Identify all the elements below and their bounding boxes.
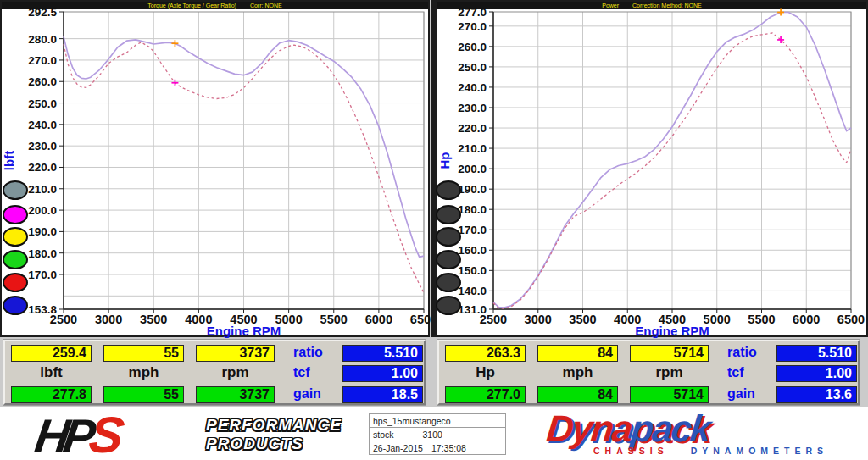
- channel-button-left-3[interactable]: [3, 250, 28, 269]
- svg-text:2500: 2500: [480, 313, 507, 326]
- torque-cursor-mph: 55: [103, 345, 184, 362]
- hps-logo: HPS: [31, 406, 122, 460]
- svg-text:230.0: 230.0: [458, 102, 487, 114]
- run-time: 17:35:08: [431, 442, 466, 453]
- svg-text:170.0: 170.0: [28, 269, 57, 281]
- power-title: Power: [602, 2, 619, 9]
- channel-button-right-0[interactable]: [436, 180, 461, 200]
- channel-button-right-2[interactable]: [436, 227, 461, 247]
- channel-button-left-0[interactable]: [3, 180, 28, 200]
- svg-text:190.0: 190.0: [458, 183, 487, 196]
- run-name: hps_15mustangeco: [373, 415, 451, 426]
- svg-text:140.0: 140.0: [458, 285, 487, 297]
- svg-text:280.0: 280.0: [28, 33, 57, 46]
- hps-tagline-line1: PERFORMANCE: [206, 416, 342, 435]
- power-cursor-marker-0[interactable]: [777, 8, 784, 15]
- torque-correction: Corr: NONE: [250, 2, 282, 9]
- dynapack-logo-pack: pack: [629, 407, 711, 449]
- svg-text:170.0: 170.0: [458, 224, 487, 236]
- comparison-name: stock: [373, 429, 394, 440]
- run-date: 26-Jan-2015: [373, 442, 423, 453]
- svg-text:220.0: 220.0: [28, 161, 57, 174]
- ratio-label: ratio: [727, 345, 773, 362]
- hps-logo-hp: HP: [31, 409, 93, 460]
- svg-text:200.0: 200.0: [458, 163, 487, 175]
- svg-text:220.0: 220.0: [458, 122, 487, 135]
- svg-text:200.0: 200.0: [28, 204, 57, 217]
- rpm-unit-label: rpm: [630, 365, 709, 382]
- svg-text:240.0: 240.0: [28, 119, 57, 131]
- svg-text:6000: 6000: [365, 313, 392, 326]
- ratio-field[interactable]: 5.510: [776, 345, 857, 362]
- svg-text:3500: 3500: [569, 313, 596, 326]
- tcf-label: tcf: [727, 365, 773, 382]
- svg-text:180.0: 180.0: [28, 247, 57, 260]
- power-y-axis-label: Hp: [437, 152, 452, 169]
- torque-cursor-value: 259.4: [11, 345, 92, 362]
- run-name-field[interactable]: hps_15mustangeco: [369, 413, 506, 428]
- tcf-field[interactable]: 1.00: [342, 365, 423, 382]
- svg-text:270.0: 270.0: [28, 54, 57, 67]
- svg-text:270.0: 270.0: [458, 20, 487, 33]
- torque-peak-value: 277.8: [11, 386, 92, 403]
- torque-readout-panel: 259.4 55 3737 ratio 5.510 lbft mph rpm t…: [3, 340, 426, 405]
- hps-tagline: PERFORMANCE PRODUCTS: [206, 416, 342, 453]
- svg-text:230.0: 230.0: [28, 140, 57, 152]
- torque-x-axis-label: Engine RPM: [207, 324, 281, 338]
- torque-chart[interactable]: 292.5280.0270.0260.0250.0240.0230.0220.0…: [2, 9, 428, 335]
- dynapack-subtitle: CHASSISDYNAMOMETERS: [593, 446, 828, 456]
- svg-text:292.5: 292.5: [28, 6, 57, 19]
- ratio-label: ratio: [293, 345, 339, 362]
- channel-button-left-4[interactable]: [3, 273, 28, 292]
- channel-button-left-2[interactable]: [3, 227, 28, 247]
- torque-cursor-marker-0[interactable]: [171, 40, 178, 47]
- power-peak-rpm: 5714: [630, 386, 709, 403]
- hps-tagline-line2: PRODUCTS: [206, 435, 342, 453]
- svg-text:277.0: 277.0: [458, 6, 487, 19]
- svg-text:5500: 5500: [320, 313, 348, 326]
- svg-text:6500: 6500: [837, 313, 865, 326]
- svg-text:180.0: 180.0: [458, 203, 487, 216]
- channel-button-left-1[interactable]: [3, 205, 28, 224]
- power-peak-value: 277.0: [445, 386, 526, 403]
- power-correction: Correction Method: NONE: [632, 2, 702, 9]
- svg-text:250.0: 250.0: [28, 97, 57, 110]
- dynapack-chassis-text: CHASSIS: [593, 446, 669, 456]
- gain-field[interactable]: 13.6: [776, 386, 857, 403]
- power-cursor-mph: 84: [537, 345, 618, 362]
- svg-text:250.0: 250.0: [458, 61, 487, 74]
- power-title-bar: Power Correction Method: NONE: [437, 2, 866, 9]
- channel-button-left-5[interactable]: [3, 296, 28, 315]
- power-cursor-value: 263.3: [445, 345, 526, 362]
- torque-cursor-rpm: 3737: [196, 345, 275, 362]
- svg-text:260.0: 260.0: [458, 41, 487, 53]
- channel-button-right-3[interactable]: [436, 250, 461, 269]
- channel-button-right-4[interactable]: [436, 273, 461, 292]
- comparison-id: 3100: [423, 429, 442, 440]
- svg-text:160.0: 160.0: [458, 244, 487, 257]
- torque-unit-label: lbft: [11, 365, 92, 382]
- power-peak-mph: 84: [537, 386, 618, 403]
- gain-label: gain: [293, 386, 339, 403]
- dynapack-logo: Dynapack: [544, 407, 711, 450]
- ratio-field[interactable]: 5.510: [342, 345, 423, 362]
- comparison-field[interactable]: stock3100: [369, 427, 506, 441]
- gain-field[interactable]: 18.5: [342, 386, 423, 403]
- channel-button-right-5[interactable]: [436, 296, 461, 315]
- channel-button-right-1[interactable]: [436, 205, 461, 224]
- rpm-unit-label: rpm: [196, 365, 275, 382]
- dynapack-logo-dyna: Dyna: [544, 407, 633, 449]
- power-x-axis-label: Engine RPM: [635, 324, 709, 338]
- power-chart[interactable]: 277.0270.0260.0250.0240.0230.0220.0210.0…: [437, 9, 866, 335]
- torque-peak-mph: 55: [103, 386, 184, 403]
- tcf-field[interactable]: 1.00: [776, 365, 857, 382]
- timestamp-field: 26-Jan-201517:35:08: [369, 441, 506, 455]
- mph-unit-label: mph: [103, 365, 184, 382]
- torque-y-axis-label: lbft: [2, 151, 16, 170]
- svg-text:240.0: 240.0: [458, 81, 487, 94]
- power-cursor-rpm: 5714: [630, 345, 709, 362]
- svg-text:260.0: 260.0: [28, 75, 57, 88]
- svg-text:190.0: 190.0: [28, 225, 57, 238]
- svg-text:6000: 6000: [793, 313, 820, 326]
- gain-label: gain: [727, 386, 773, 403]
